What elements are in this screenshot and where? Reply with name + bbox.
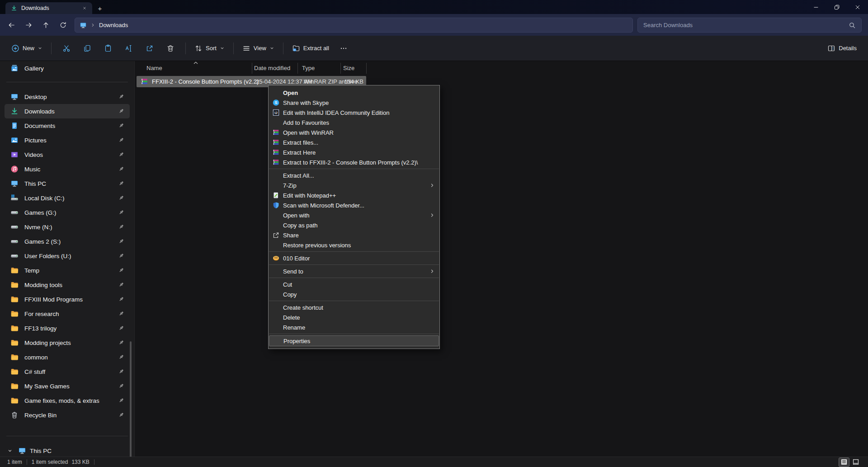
navigation-bar: Downloads Search Downloads	[0, 14, 868, 36]
column-header-date-modified[interactable]: Date modified	[254, 65, 290, 71]
menu-item-create-shortcut[interactable]: Create shortcut	[269, 302, 439, 312]
sort-label: Sort	[206, 45, 217, 52]
menu-item-open[interactable]: Open	[269, 88, 439, 98]
sidebar-item-modding-tools[interactable]: Modding tools	[5, 278, 130, 292]
menu-item-copy[interactable]: Copy	[269, 289, 439, 299]
menu-item-edit-with-intellij-idea-community-edition[interactable]: IJEdit with IntelliJ IDEA Community Edit…	[269, 108, 439, 118]
sidebar-item-for-research[interactable]: For research	[5, 307, 130, 321]
address-bar[interactable]: Downloads	[75, 18, 633, 33]
copy-icon	[83, 44, 91, 52]
refresh-button[interactable]	[55, 17, 71, 33]
paste-button[interactable]	[99, 40, 117, 57]
monitor-icon	[10, 179, 19, 188]
sidebar-item-nvme-n[interactable]: Nvme (N:)	[5, 220, 130, 234]
details-pane-button[interactable]: Details	[823, 40, 861, 57]
menu-item-extract-here[interactable]: Extract Here	[269, 147, 439, 157]
column-divider[interactable]	[252, 63, 252, 74]
menu-item-share[interactable]: Share	[269, 230, 439, 240]
sidebar-item-pictures[interactable]: Pictures	[5, 133, 130, 147]
menu-item-share-with-skype[interactable]: SShare with Skype	[269, 98, 439, 108]
cut-button[interactable]	[58, 40, 75, 57]
menu-item-rename[interactable]: Rename	[269, 322, 439, 332]
pin-icon	[118, 94, 124, 100]
menu-item-edit-with-notepad[interactable]: Edit with Notepad++	[269, 190, 439, 200]
tab-downloads[interactable]: Downloads	[5, 2, 92, 14]
copy-button[interactable]	[79, 40, 96, 57]
menu-item-open-with-winrar[interactable]: Open with WinRAR	[269, 127, 439, 137]
sidebar-item-my-save-games[interactable]: My Save Games	[5, 379, 130, 393]
menu-item-extract-all[interactable]: Extract All...	[269, 170, 439, 180]
menu-item-copy-as-path[interactable]: Copy as path	[269, 220, 439, 230]
search-input[interactable]: Search Downloads	[637, 18, 862, 33]
restore-button[interactable]	[826, 0, 847, 14]
menu-item-add-to-favourites[interactable]: Add to Favourites	[269, 118, 439, 127]
details-view-toggle[interactable]	[839, 458, 849, 467]
sidebar-item-user-folders-u[interactable]: User Folders (U:)	[5, 249, 130, 263]
menu-item-extract-to-ffxiii-2-console-button-prompts-v2-2[interactable]: Extract to FFXIII-2 - Console Button Pro…	[269, 157, 439, 167]
menu-item-scan-with-microsoft-defender[interactable]: Scan with Microsoft Defender...	[269, 200, 439, 210]
sidebar-item-games-g[interactable]: Games (G:)	[5, 205, 130, 220]
extract-all-button[interactable]: Extract all	[288, 40, 333, 57]
column-header-type[interactable]: Type	[302, 65, 315, 71]
column-divider[interactable]	[340, 63, 341, 74]
menu-item-icon-slot	[272, 172, 280, 179]
sidebar-item-game-fixes-mods-extras[interactable]: Game fixes, mods, & extras	[5, 393, 130, 408]
sidebar-item-label: Music	[24, 166, 40, 173]
sidebar-item-modding-projects[interactable]: Modding projects	[5, 335, 130, 350]
view-lines-icon	[242, 44, 250, 52]
tree-item-this-pc[interactable]: This PC	[0, 443, 134, 457]
new-button[interactable]: New	[7, 40, 47, 57]
menu-item-extract-files[interactable]: Extract files...	[269, 137, 439, 147]
rename-button[interactable]	[120, 40, 137, 57]
tab-close-button[interactable]	[80, 4, 89, 12]
sidebar-item-label: FFXIII Mod Programs	[24, 296, 83, 303]
sidebar-item-videos[interactable]: Videos	[5, 147, 130, 162]
sidebar-item-this-pc[interactable]: This PC	[5, 176, 130, 191]
menu-item-cut[interactable]: Cut	[269, 279, 439, 289]
sidebar-item-c-stuff[interactable]: C# stuff	[5, 364, 130, 379]
share-button[interactable]	[141, 40, 158, 57]
column-header-size[interactable]: Size	[343, 65, 354, 71]
rename-icon	[125, 44, 133, 52]
sidebar-item-recycle-bin[interactable]: Recycle Bin	[5, 408, 130, 422]
menu-item-send-to[interactable]: Send to	[269, 266, 439, 276]
menu-item-restore-previous-versions[interactable]: Restore previous versions	[269, 240, 439, 250]
more-options-button[interactable]	[335, 40, 352, 57]
sidebar-item-games-2-s[interactable]: Games 2 (S:)	[5, 234, 130, 249]
sidebar-item-gallery[interactable]: Gallery	[5, 61, 130, 75]
sidebar-item-music[interactable]: Music	[5, 162, 130, 176]
up-button[interactable]	[38, 17, 54, 33]
sidebar-item-local-disk-c[interactable]: Local Disk (C:)	[5, 191, 130, 205]
column-divider[interactable]	[366, 63, 367, 74]
menu-item-label: Open with	[283, 212, 429, 219]
pin-icon	[118, 267, 124, 274]
menu-item-7-zip[interactable]: 7-Zip	[269, 180, 439, 190]
sidebar-item-label: Temp	[24, 267, 39, 274]
menu-item-delete[interactable]: Delete	[269, 312, 439, 322]
sidebar-item-common[interactable]: common	[5, 350, 130, 364]
sidebar-item-documents[interactable]: Documents	[5, 118, 130, 133]
file-list-pane: NameDate modifiedTypeSize FFXIII-2 - Con…	[135, 61, 868, 457]
sidebar-item-ffxiii-mod-programs[interactable]: FFXIII Mod Programs	[5, 292, 130, 307]
sidebar-item-downloads[interactable]: Downloads	[5, 104, 130, 118]
sidebar-item-ff13-trilogy[interactable]: FF13 trilogy	[5, 321, 130, 335]
sidebar-item-temp[interactable]: Temp	[5, 263, 130, 278]
submenu-arrow-icon	[429, 212, 435, 218]
close-window-button[interactable]	[847, 0, 868, 14]
share-icon	[272, 231, 280, 239]
delete-button[interactable]	[162, 40, 179, 57]
view-button[interactable]: View	[238, 40, 278, 57]
forward-button[interactable]	[21, 17, 37, 33]
thumbnail-view-toggle[interactable]	[851, 458, 861, 467]
menu-item-open-with[interactable]: Open with	[269, 210, 439, 220]
sidebar-scrollbar[interactable]	[130, 341, 132, 457]
column-divider[interactable]	[297, 63, 298, 74]
column-header-name[interactable]: Name	[146, 65, 162, 71]
minimize-button[interactable]	[806, 0, 826, 14]
new-tab-button[interactable]: +	[95, 4, 105, 13]
back-button[interactable]	[4, 17, 19, 33]
menu-item-010-editor[interactable]: 010010 Editor	[269, 253, 439, 263]
sort-button[interactable]: Sort	[190, 40, 229, 57]
menu-item-properties[interactable]: Properties	[269, 335, 439, 346]
sidebar-item-desktop[interactable]: Desktop	[5, 90, 130, 104]
